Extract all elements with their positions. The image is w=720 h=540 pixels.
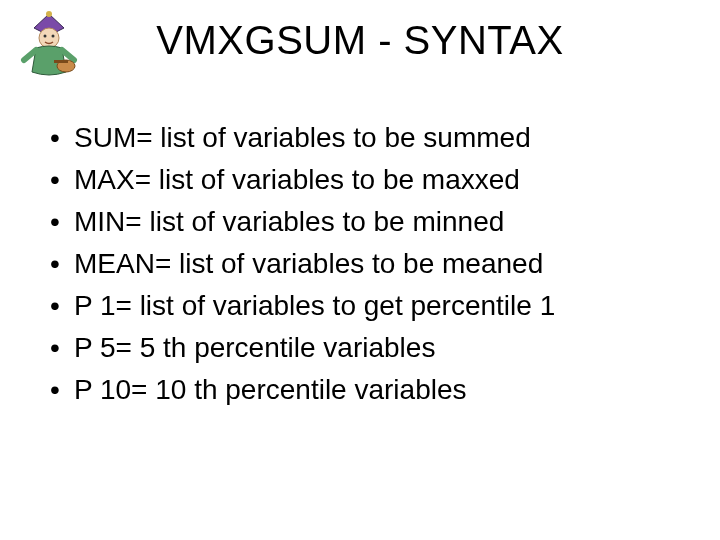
list-item: MAX= list of variables to be maxxed <box>50 162 680 198</box>
list-item: SUM= list of variables to be summed <box>50 120 680 156</box>
slide: VMXGSUM - SYNTAX SUM= list of variables … <box>0 0 720 540</box>
bullet-icon <box>50 330 74 366</box>
list-item: P 10= 10 th percentile variables <box>50 372 680 408</box>
bullet-icon <box>50 120 74 156</box>
list-item-text: SUM= list of variables to be summed <box>74 120 531 156</box>
list-item: P 1= list of variables to get percentile… <box>50 288 680 324</box>
list-item-text: P 5= 5 th percentile variables <box>74 330 435 366</box>
list-item-text: MEAN= list of variables to be meaned <box>74 246 543 282</box>
bullet-icon <box>50 162 74 198</box>
list-item: MEAN= list of variables to be meaned <box>50 246 680 282</box>
slide-title: VMXGSUM - SYNTAX <box>0 18 720 63</box>
list-item-text: P 1= list of variables to get percentile… <box>74 288 555 324</box>
list-item: P 5= 5 th percentile variables <box>50 330 680 366</box>
bullet-icon <box>50 372 74 408</box>
bullet-list: SUM= list of variables to be summed MAX=… <box>50 120 680 414</box>
list-item-text: MIN= list of variables to be minned <box>74 204 504 240</box>
list-item: MIN= list of variables to be minned <box>50 204 680 240</box>
list-item-text: MAX= list of variables to be maxxed <box>74 162 520 198</box>
bullet-icon <box>50 204 74 240</box>
bullet-icon <box>50 288 74 324</box>
svg-point-0 <box>46 11 52 17</box>
bullet-icon <box>50 246 74 282</box>
list-item-text: P 10= 10 th percentile variables <box>74 372 467 408</box>
